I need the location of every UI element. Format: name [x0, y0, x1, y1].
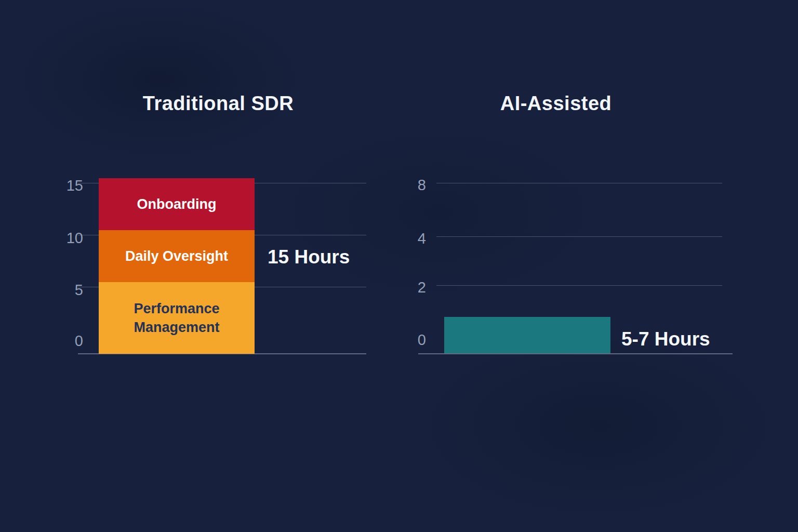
- total-hours-label-ai-assisted: 5-7 Hours: [621, 328, 710, 350]
- y-tick-label: 5: [52, 281, 83, 299]
- segment-label: Onboarding: [137, 195, 217, 214]
- bar-ai-assisted: [444, 317, 610, 353]
- y-tick-label: 8: [395, 176, 426, 194]
- bar-segment-daily-oversight: Daily Oversight: [99, 230, 255, 282]
- y-tick-label: 0: [52, 331, 83, 350]
- segment-label: Daily Oversight: [125, 247, 228, 265]
- y-tick-label: 15: [52, 176, 83, 195]
- comparison-infographic: Traditional SDR 15 10 5 0 Onboarding Dai…: [0, 0, 798, 532]
- gridline: [436, 236, 722, 237]
- chart-title-ai-assisted: AI-Assisted: [436, 92, 675, 115]
- bar-segment-onboarding: Onboarding: [99, 178, 255, 230]
- chart-title-traditional-sdr: Traditional SDR: [78, 92, 358, 115]
- gridline: [436, 183, 722, 183]
- bar-segment-performance-management: Performance Management: [99, 282, 255, 354]
- segment-label: Performance Management: [111, 299, 242, 337]
- y-tick-label: 10: [52, 229, 83, 247]
- stacked-bar-traditional: Onboarding Daily Oversight Performance M…: [99, 178, 255, 354]
- y-tick-label: 4: [395, 229, 426, 248]
- x-axis-baseline: [418, 353, 733, 354]
- y-tick-label: 0: [395, 330, 426, 349]
- gridline: [436, 285, 722, 286]
- y-tick-label: 2: [395, 278, 426, 297]
- total-hours-label-traditional: 15 Hours: [268, 246, 350, 268]
